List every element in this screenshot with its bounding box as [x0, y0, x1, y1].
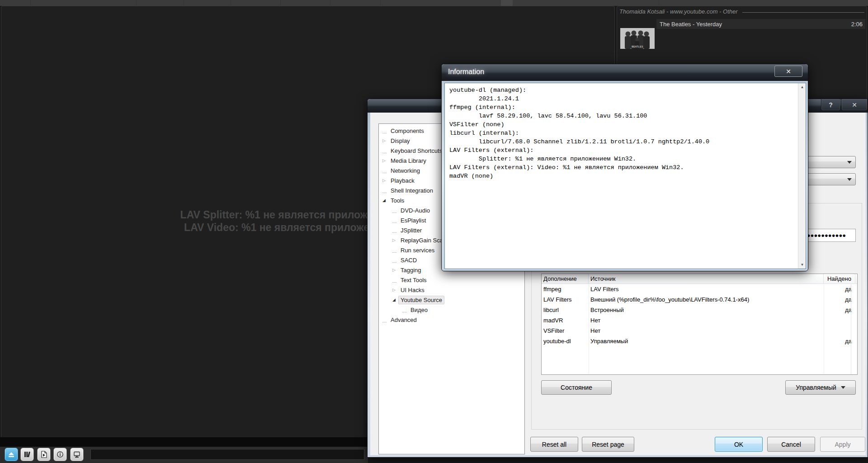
- album-art-caption: BEATLES: [631, 45, 644, 48]
- tree-item-label: JSplitter: [398, 226, 424, 235]
- tree-item-ui-hacks[interactable]: ▷UI Hacks: [379, 285, 524, 295]
- tree-item-label-selected: Youtube Source: [398, 296, 444, 304]
- help-button[interactable]: ?: [821, 99, 840, 111]
- tree-item-label: Media Library: [388, 156, 429, 165]
- chevron-collapsed-icon[interactable]: ▷: [392, 238, 398, 242]
- tree-stub: [382, 317, 387, 322]
- track-duration: 2:06: [851, 21, 865, 28]
- information-close-button[interactable]: ✕: [774, 66, 802, 77]
- tree-stub: [392, 247, 396, 253]
- cell-addon: VSFilter: [542, 326, 589, 336]
- tree-item-label: Видео: [408, 306, 430, 314]
- chevron-down-icon: [847, 161, 852, 164]
- information-window: Information ✕ youtube-dl (managed): 2021…: [441, 64, 808, 271]
- tree-item-label: UI Hacks: [398, 286, 427, 294]
- col-header-found[interactable]: Найдено: [824, 274, 855, 283]
- apply-button[interactable]: Apply: [820, 437, 865, 452]
- tree-stub: [382, 148, 387, 153]
- media-library-button[interactable]: [20, 448, 34, 461]
- tree-item-label: Display: [388, 137, 412, 145]
- managed-dropdown[interactable]: Управляемый: [785, 380, 856, 395]
- playlist-button[interactable]: [37, 448, 51, 461]
- chevron-collapsed-icon[interactable]: ▷: [382, 158, 388, 163]
- tree-item-youtube-source[interactable]: ◢Youtube Source: [379, 295, 524, 305]
- cell-addon: LAV Filters: [542, 294, 589, 305]
- tree-stub: [382, 188, 387, 193]
- scroll-down-icon[interactable]: ▼: [798, 261, 806, 269]
- tree-stub: [392, 257, 396, 263]
- cancel-button[interactable]: Cancel: [767, 437, 815, 452]
- cell-addon: madVR: [542, 315, 589, 326]
- tree-item-text-tools[interactable]: Text Tools: [379, 275, 524, 285]
- cell-addon: ffmpeg: [542, 284, 589, 294]
- col-header-source[interactable]: Источник: [589, 274, 824, 283]
- info-button[interactable]: [53, 448, 67, 461]
- information-content-area: youtube-dl (managed): 2021.1.24.1 ffmpeg…: [444, 83, 806, 269]
- info-icon: [57, 451, 64, 458]
- tree-item-label: Tagging: [398, 266, 424, 274]
- top-menu-strip: [0, 0, 868, 6]
- column-divider: [851, 284, 851, 374]
- tree-item-label: Advanced: [388, 316, 419, 324]
- scrollbar[interactable]: ▲ ▼: [798, 83, 806, 269]
- chevron-collapsed-icon[interactable]: ▷: [392, 268, 398, 272]
- tree-item-label: Run services: [398, 246, 437, 255]
- tree-item-label: Keyboard Shortcuts: [388, 146, 444, 155]
- reset-page-button[interactable]: Reset page: [582, 437, 634, 452]
- component-version-report: youtube-dl (managed): 2021.1.24.1 ffmpeg…: [445, 83, 798, 269]
- lower-divider-strip: [0, 437, 368, 447]
- chevron-collapsed-icon[interactable]: ▷: [382, 138, 388, 143]
- cell-addon: libcurl: [542, 305, 589, 315]
- cell-addon: youtube-dl: [542, 336, 589, 346]
- tree-item-label: Components: [388, 127, 426, 135]
- monitor-icon: [73, 451, 80, 458]
- tree-item-label: SACD: [398, 256, 419, 265]
- album-art-thumbnail: BEATLES: [620, 28, 655, 49]
- information-title: Information: [448, 68, 484, 76]
- chevron-expanded-icon[interactable]: ◢: [392, 298, 398, 302]
- eject-button[interactable]: [5, 448, 18, 461]
- information-titlebar[interactable]: [442, 64, 808, 81]
- cell-source: Встроенный: [589, 305, 824, 315]
- tree-item-label: Shell Integration: [388, 186, 435, 195]
- col-header-addon[interactable]: Дополнение: [542, 274, 589, 283]
- library-books-icon: [24, 451, 31, 458]
- display-button[interactable]: [70, 448, 84, 461]
- eject-icon: [8, 451, 15, 458]
- tree-item-label: Playback: [388, 176, 417, 185]
- column-divider: [824, 284, 824, 374]
- tree-item-video[interactable]: Видео: [379, 305, 524, 315]
- chevron-down-icon: [847, 178, 852, 181]
- track-title: The Beatles - Yesterday: [656, 21, 851, 28]
- table-header-row: Дополнение Источник Найдено: [542, 274, 857, 284]
- tree-stub: [392, 227, 396, 233]
- chevron-expanded-icon[interactable]: ◢: [382, 198, 388, 203]
- player-toolbar: [0, 447, 368, 463]
- chevron-collapsed-icon[interactable]: ▷: [382, 178, 388, 183]
- tree-item-advanced[interactable]: Advanced: [379, 315, 524, 325]
- ok-button[interactable]: OK: [715, 437, 763, 452]
- playlist-file-icon: [40, 451, 47, 458]
- reset-all-button[interactable]: Reset all: [530, 437, 578, 452]
- chevron-down-icon: [841, 386, 845, 389]
- scroll-up-icon[interactable]: ▲: [798, 83, 806, 91]
- cell-source: LAV Filters: [589, 284, 824, 294]
- tree-stub: [382, 128, 387, 133]
- chevron-collapsed-icon[interactable]: ▷: [392, 288, 398, 292]
- cell-source: Внешний (%profile_dir%\foo_youtube\LAVFi…: [589, 294, 824, 305]
- cell-source: Нет: [589, 326, 824, 336]
- status-button[interactable]: Состояние: [541, 380, 612, 395]
- tree-stub: [392, 208, 396, 213]
- close-button[interactable]: ✕: [841, 99, 868, 111]
- group-header-rule: [742, 12, 864, 13]
- tree-item-label: Tools: [388, 196, 406, 205]
- tree-stub: [392, 217, 396, 223]
- column-divider: [589, 284, 589, 374]
- playlist-track-row[interactable]: The Beatles - Yesterday 2:06: [656, 19, 865, 29]
- cell-source: Нет: [589, 315, 824, 326]
- managed-dropdown-label: Управляемый: [796, 384, 836, 391]
- tree-item-label: DVD-Audio: [398, 206, 432, 215]
- seekbar[interactable]: [90, 449, 364, 460]
- tree-stub: [392, 277, 396, 283]
- tree-item-label: EsPlaylist: [398, 216, 428, 225]
